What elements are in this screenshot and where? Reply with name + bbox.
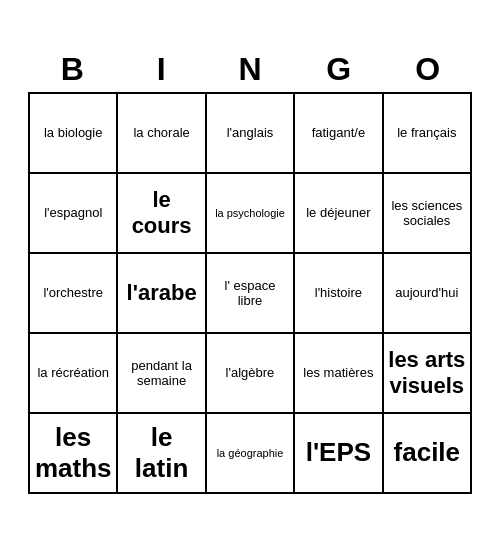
bingo-cell-12: l' espace libre (207, 254, 295, 334)
bingo-cell-16: pendant la semaine (118, 334, 206, 414)
cell-text-17: l'algèbre (226, 365, 275, 380)
cell-text-0: la biologie (44, 125, 103, 140)
bingo-letter-i: I (119, 51, 203, 88)
cell-text-23: l'EPS (306, 437, 371, 468)
bingo-cell-7: la psychologie (207, 174, 295, 254)
bingo-cell-22: la géographie (207, 414, 295, 494)
cell-text-4: le français (397, 125, 456, 140)
bingo-cell-17: l'algèbre (207, 334, 295, 414)
cell-text-22: la géographie (217, 447, 284, 459)
bingo-grid: la biologiela choralel'anglaisfatigant/e… (28, 92, 472, 494)
bingo-cell-18: les matières (295, 334, 383, 414)
cell-text-20: les maths (34, 422, 112, 484)
bingo-cell-6: le cours (118, 174, 206, 254)
cell-text-1: la chorale (133, 125, 189, 140)
bingo-header: BINGO (28, 51, 472, 88)
bingo-letter-n: N (208, 51, 292, 88)
cell-text-15: la récréation (37, 365, 109, 380)
bingo-cell-15: la récréation (30, 334, 118, 414)
bingo-letter-g: G (297, 51, 381, 88)
bingo-cell-19: les arts visuels (384, 334, 472, 414)
bingo-letter-o: O (386, 51, 470, 88)
cell-text-8: le déjeuner (306, 205, 370, 220)
cell-text-7: la psychologie (215, 207, 285, 219)
cell-text-19: les arts visuels (388, 347, 466, 399)
bingo-cell-14: aujourd'hui (384, 254, 472, 334)
bingo-cell-10: l'orchestre (30, 254, 118, 334)
bingo-cell-1: la chorale (118, 94, 206, 174)
bingo-cell-5: l'espagnol (30, 174, 118, 254)
cell-text-2: l'anglais (227, 125, 274, 140)
bingo-cell-9: les sciences sociales (384, 174, 472, 254)
cell-text-3: fatigant/e (312, 125, 366, 140)
bingo-cell-3: fatigant/e (295, 94, 383, 174)
bingo-card: BINGO la biologiela choralel'anglaisfati… (20, 43, 480, 502)
bingo-cell-20: les maths (30, 414, 118, 494)
bingo-cell-13: l'histoire (295, 254, 383, 334)
cell-text-10: l'orchestre (43, 285, 103, 300)
cell-text-6: le cours (122, 187, 200, 239)
cell-text-18: les matières (303, 365, 373, 380)
cell-text-24: facile (394, 437, 461, 468)
bingo-cell-11: l'arabe (118, 254, 206, 334)
bingo-cell-8: le déjeuner (295, 174, 383, 254)
cell-text-16: pendant la semaine (122, 358, 200, 388)
cell-text-12: l' espace libre (211, 278, 289, 308)
bingo-cell-4: le français (384, 94, 472, 174)
cell-text-11: l'arabe (127, 280, 197, 306)
bingo-cell-0: la biologie (30, 94, 118, 174)
cell-text-5: l'espagnol (44, 205, 102, 220)
cell-text-14: aujourd'hui (395, 285, 458, 300)
bingo-cell-21: le latin (118, 414, 206, 494)
cell-text-9: les sciences sociales (388, 198, 466, 228)
bingo-cell-23: l'EPS (295, 414, 383, 494)
bingo-letter-b: B (30, 51, 114, 88)
cell-text-21: le latin (122, 422, 200, 484)
bingo-cell-24: facile (384, 414, 472, 494)
cell-text-13: l'histoire (315, 285, 362, 300)
bingo-cell-2: l'anglais (207, 94, 295, 174)
